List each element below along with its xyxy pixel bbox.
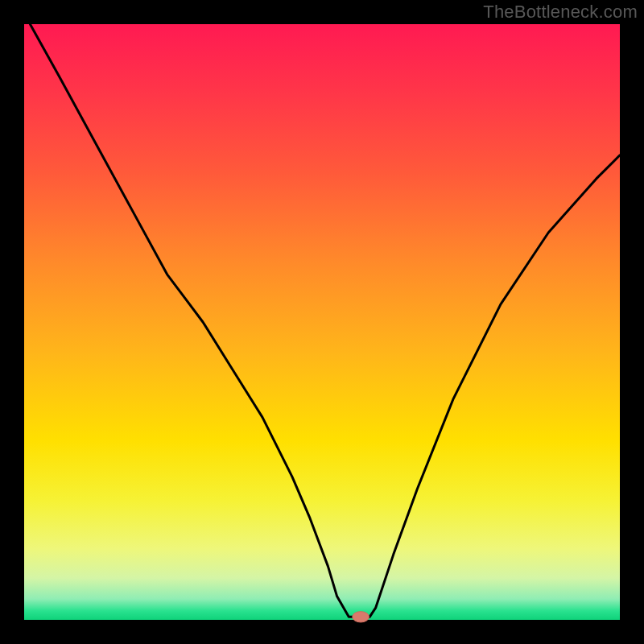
chart-container: { "watermark": "TheBottleneck.com", "col… (0, 0, 644, 644)
bottleneck-chart (0, 0, 644, 644)
optimal-point-marker (353, 612, 369, 622)
plot-gradient-background (24, 24, 620, 620)
